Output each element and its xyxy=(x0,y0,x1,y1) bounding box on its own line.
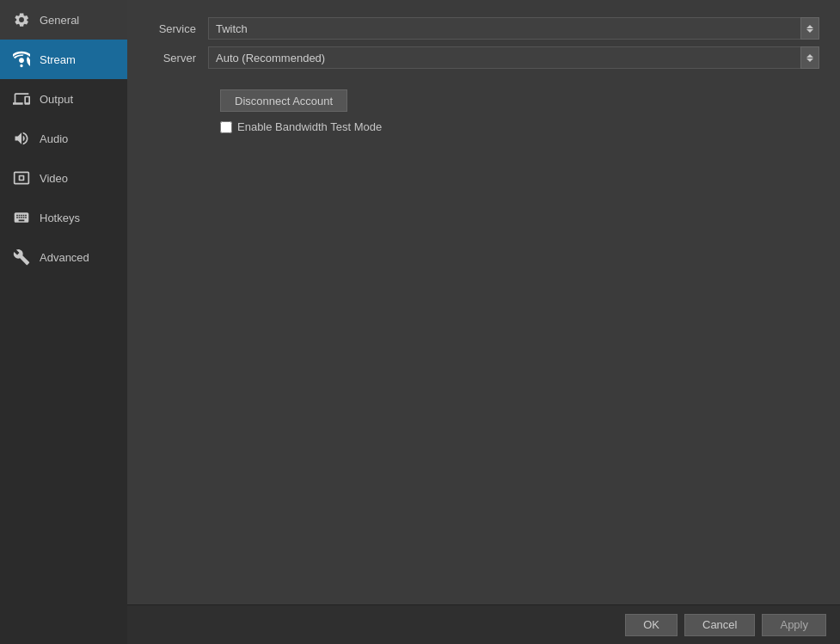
server-select-wrap: Auto (Recommended) xyxy=(208,46,819,69)
audio-icon xyxy=(12,129,31,148)
sidebar: General Stream Output xyxy=(0,0,127,644)
apply-button[interactable]: Apply xyxy=(762,614,826,636)
disconnect-account-button[interactable]: Disconnect Account xyxy=(220,89,347,112)
bottom-bar: OK Cancel Apply xyxy=(127,604,840,644)
output-icon xyxy=(12,89,31,108)
sidebar-item-output-label: Output xyxy=(40,93,73,106)
sidebar-item-advanced-label: Advanced xyxy=(40,251,89,264)
sidebar-item-general[interactable]: General xyxy=(0,0,127,40)
actions-area: Disconnect Account Enable Bandwidth Test… xyxy=(220,89,819,133)
advanced-icon xyxy=(12,248,31,267)
sidebar-item-audio[interactable]: Audio xyxy=(0,119,127,158)
sidebar-item-video-label: Video xyxy=(40,172,68,185)
sidebar-item-hotkeys-label: Hotkeys xyxy=(40,212,80,224)
service-label: Service xyxy=(148,22,208,35)
hotkeys-icon xyxy=(12,208,31,227)
stream-icon xyxy=(12,50,31,69)
bandwidth-test-row: Enable Bandwidth Test Mode xyxy=(220,120,819,133)
video-icon xyxy=(12,169,31,187)
cancel-button[interactable]: Cancel xyxy=(684,614,755,636)
sidebar-item-stream-label: Stream xyxy=(40,53,76,66)
server-row: Server Auto (Recommended) xyxy=(148,46,819,69)
server-select[interactable]: Auto (Recommended) xyxy=(208,46,819,69)
bandwidth-test-checkbox[interactable] xyxy=(220,121,232,133)
sidebar-item-audio-label: Audio xyxy=(40,132,68,145)
gear-icon xyxy=(12,10,31,29)
bandwidth-test-label[interactable]: Enable Bandwidth Test Mode xyxy=(237,120,382,133)
sidebar-item-hotkeys[interactable]: Hotkeys xyxy=(0,198,127,237)
service-row: Service Twitch xyxy=(148,17,819,40)
main-content: Service Twitch Server Auto (Recommende xyxy=(127,0,840,604)
sidebar-item-video[interactable]: Video xyxy=(0,158,127,198)
ok-button[interactable]: OK xyxy=(625,614,678,636)
service-select[interactable]: Twitch xyxy=(208,17,819,40)
service-select-wrap: Twitch xyxy=(208,17,819,40)
sidebar-item-stream[interactable]: Stream xyxy=(0,40,127,79)
sidebar-item-output[interactable]: Output xyxy=(0,79,127,119)
sidebar-item-advanced[interactable]: Advanced xyxy=(0,237,127,277)
server-label: Server xyxy=(148,52,208,64)
app-container: General Stream Output xyxy=(0,0,840,644)
sidebar-item-general-label: General xyxy=(40,14,79,27)
